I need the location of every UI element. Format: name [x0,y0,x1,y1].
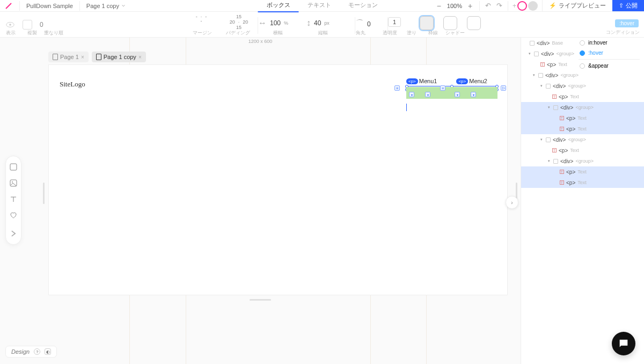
user-avatar[interactable] [528,1,538,11]
current-user-avatar[interactable] [517,1,527,11]
shadow-swatch[interactable] [467,16,481,30]
resize-handle[interactable]: ▾ [471,92,476,97]
state-hover[interactable]: :hover [574,48,644,58]
site-logo-text[interactable]: SiteLogo [60,80,85,89]
zoom-value: 100% [447,3,462,9]
duplicate-button[interactable] [23,20,32,30]
bottom-drag-handle[interactable] [250,299,271,301]
tab-box[interactable]: ボックス [258,0,299,12]
zoom-in-button[interactable]: + [466,2,474,10]
element-tag-chip: <p> [456,78,468,84]
layer-tree: <div>Base ▾<div><group> T<p>Text ▾<div><… [521,38,644,364]
settings-icon[interactable]: ◐ [45,348,51,355]
property-bar: 0 -·- - 15 20·20 15 ↔ 100 % ↕ 40 px ⌒ 0 [0,12,644,38]
border-swatch[interactable] [443,16,457,30]
page-frame[interactable]: SiteLogo ≡ ▷ ≡ ▾ ▾ ▾ ▾ <p> Menu1 <p> Men… [48,64,508,295]
width-value[interactable]: 100 [270,19,281,27]
tree-row[interactable]: T<p>Text [521,113,644,123]
tree-row[interactable]: ▾<div><group> [521,70,644,81]
page-tab-2[interactable]: Page 1 copy × [92,52,146,62]
state-appear[interactable]: &appear [574,61,644,71]
undo-button[interactable]: ↶ [485,2,491,10]
svg-point-2 [9,24,11,26]
tab-motion[interactable]: モーション [340,0,386,12]
canvas-size-label: 1200 x 600 [248,39,273,44]
help-icon[interactable]: ? [34,348,40,355]
heart-tool[interactable] [9,211,18,220]
tree-row[interactable]: T<p>Text [521,123,644,134]
svg-point-5 [12,181,13,183]
tree-row[interactable]: T<p>Text [521,166,644,177]
menu2-text[interactable]: Menu2 [469,78,487,84]
upload-icon: ⇧ [619,2,624,9]
tab-text[interactable]: テキスト [299,0,340,12]
rect-tool[interactable] [9,163,18,171]
condition-label: コンディション [606,29,640,36]
chat-launcher[interactable] [612,332,635,355]
project-name[interactable]: PullDown Sample [26,3,73,9]
hover-highlight [406,87,497,99]
expand-tools[interactable] [9,229,18,238]
order-value[interactable]: 0 [40,21,43,28]
page-icon [96,54,101,60]
tree-row[interactable]: T<p>Text [521,91,644,102]
select-handle-mid[interactable]: ≡ [440,85,445,91]
state-inhover[interactable]: in:hover [574,38,644,48]
zoom-out-button[interactable]: − [435,2,443,10]
width-icon: ↔ [258,18,267,28]
tree-row[interactable]: ▾<div><group> [521,81,644,91]
menu1-text[interactable]: Menu1 [419,78,437,84]
text-caret [406,104,407,111]
page-icon [53,54,58,60]
brand-icon[interactable] [4,2,13,10]
redo-button[interactable]: ↷ [496,2,502,10]
tree-row[interactable]: T<p>Text [521,177,644,188]
chevron-down-icon [121,4,126,8]
state-chip-hover[interactable]: :hover [615,19,639,27]
image-tool[interactable] [9,179,18,187]
left-toolbar [5,156,21,245]
publish-button[interactable]: ⇧ 公開 [612,0,644,11]
close-icon[interactable]: × [138,54,142,60]
canvas[interactable]: 1200 x 600 Page 1 × Page 1 copy × SiteLo… [0,38,521,364]
height-value[interactable]: 40 [314,19,321,27]
resize-handle[interactable]: ▾ [455,92,460,97]
tree-row[interactable]: T<p>Text [521,145,644,156]
state-list: in:hover :hover &appear [574,38,644,71]
resize-handle[interactable]: ▾ [409,92,414,97]
tree-row[interactable]: ▾<div><group> [521,156,644,166]
tree-row[interactable]: ▾<div><group> [521,134,644,145]
select-handle-left[interactable]: ≡ [394,85,400,91]
radius-icon: ⌒ [355,18,364,30]
select-handle-right[interactable]: ▷ [501,85,506,91]
svg-line-0 [6,3,11,9]
page-selector-label: Page 1 copy [86,3,119,9]
live-preview-button[interactable]: ⚡ ライブプレビュー [542,0,612,11]
visibility-toggle[interactable] [5,20,15,30]
element-tag-chip: <p> [406,78,418,84]
resize-handle[interactable]: ▾ [425,92,430,97]
bolt-icon: ⚡ [549,2,557,9]
tree-row[interactable]: ▾<div><group> [521,102,644,113]
add-collaborator-button[interactable]: + [513,2,516,10]
mode-bar[interactable]: Design ? ◐ [5,346,57,358]
expand-right-panel-button[interactable]: › [506,196,518,209]
svg-rect-3 [10,164,17,170]
close-icon[interactable]: × [81,54,84,60]
left-drag-handle[interactable] [43,183,45,204]
top-bar: PullDown Sample Page 1 copy ボックス テキスト モー… [0,0,644,12]
height-icon: ↕ [306,18,311,28]
radius-value[interactable]: 0 [367,20,371,28]
fill-swatch[interactable] [420,16,434,30]
page-tab-1[interactable]: Page 1 × [48,52,89,62]
opacity-input[interactable] [388,17,401,27]
text-tool[interactable] [9,195,18,203]
page-selector[interactable]: Page 1 copy [86,3,126,9]
